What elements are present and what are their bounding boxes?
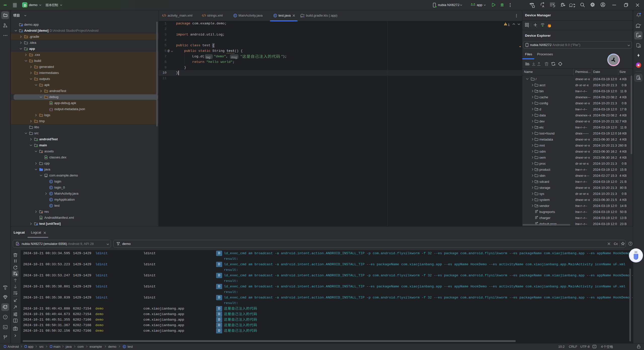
svg-text:A: A <box>542 5 544 8</box>
svg-text:K: K <box>303 16 305 18</box>
svg-text:C: C <box>124 345 125 348</box>
